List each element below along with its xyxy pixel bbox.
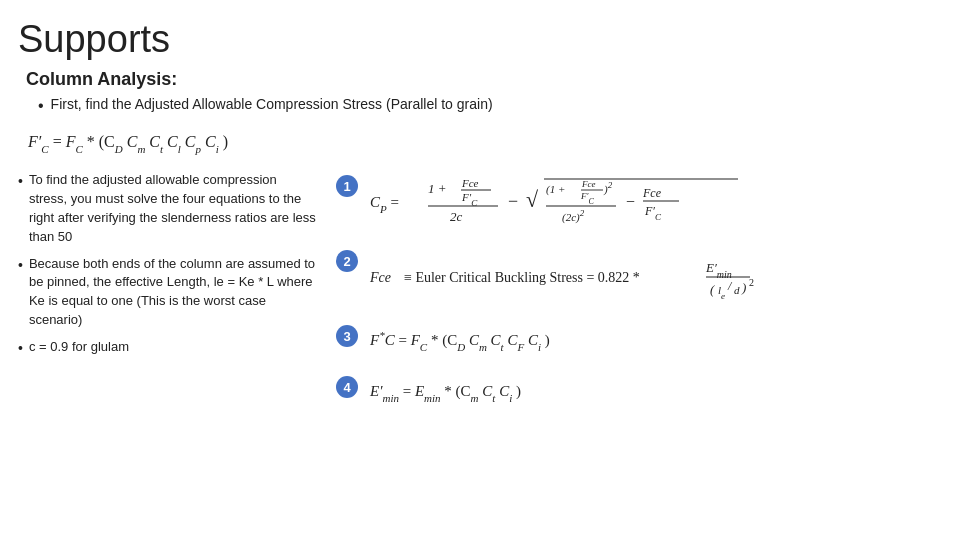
sub-bullet-3-text: c = 0.9 for glulam (29, 338, 129, 357)
svg-text:1 +: 1 + (428, 181, 447, 196)
svg-text:F*C
               = 
        : F*C = FC * (CD Cm Ct CF Ci ) (369, 329, 550, 353)
equation-1-formula: CP = 1 + Fce F′C (368, 171, 848, 236)
page: Supports Column Analysis: First, find th… (0, 0, 960, 441)
content-area: To find the adjusted allowable compressi… (18, 171, 932, 423)
svg-text:2c: 2c (450, 209, 463, 224)
svg-text:E′min
               = 
      : E′min = Emin * (Cm Ct Ci ) (369, 383, 521, 404)
emin-formula-svg: E′min = Emin * (Cm Ct Ci ) (368, 372, 708, 410)
sub-bullet-1: To find the adjusted allowable compressi… (18, 171, 318, 246)
svg-text:Fce: Fce (461, 177, 479, 189)
svg-text:F′C: F′C (580, 191, 594, 206)
svg-text:le: le (718, 284, 725, 301)
sub-bullet-2: Because both ends of the column are assu… (18, 255, 318, 330)
sub-bullet-2-text: Because both ends of the column are assu… (29, 255, 318, 330)
equation-row-1: 1 CP = 1 + Fce (336, 171, 932, 236)
equation-badge-2: 2 (336, 250, 358, 272)
fc-star-formula-svg: F*C = FC * (CD Cm Ct CF Ci ) (368, 321, 748, 359)
svg-text:Fce: Fce (369, 270, 391, 285)
svg-text:√: √ (526, 187, 539, 212)
sub-bullets-list: To find the adjusted allowable compressi… (18, 171, 318, 366)
equation-row-2: 2 Fce ≡ Euler Critical Buckling Stress =… (336, 246, 932, 311)
equation-3-formula: F*C = FC * (CD Cm Ct CF Ci ) (368, 321, 748, 362)
svg-text:(2c)2: (2c)2 (562, 208, 585, 224)
svg-text:≡ Euler Critical Buckling Stre: ≡ Euler Critical Buckling Stress = 0.822… (404, 270, 640, 285)
svg-text:−: − (508, 191, 518, 211)
sub-bullet-3: c = 0.9 for glulam (18, 338, 318, 358)
svg-text:): ) (741, 280, 746, 295)
equation-2-formula: Fce ≡ Euler Critical Buckling Stress = 0… (368, 246, 828, 311)
svg-text:(: ( (710, 282, 715, 297)
equation-badge-1: 1 (336, 175, 358, 197)
svg-text:−: − (626, 193, 635, 210)
equation-row-3: 3 F*C = FC * (CD Cm Ct CF Ci ) (336, 321, 932, 362)
svg-text:2: 2 (749, 277, 754, 288)
section-title: Column Analysis: (26, 69, 932, 90)
svg-text:F′C: F′C (644, 204, 662, 222)
svg-text:)2: )2 (603, 180, 613, 196)
svg-text:(1 +: (1 + (546, 183, 565, 196)
cp-formula-svg: CP = 1 + Fce F′C (368, 171, 848, 233)
left-column: To find the adjusted allowable compressi… (18, 171, 318, 423)
equation-badge-3: 3 (336, 325, 358, 347)
main-formula: F′C = FC * (CD Cm Ct Cl Cp Ci ) (26, 125, 932, 161)
svg-text:CP
               =: CP = (370, 194, 399, 215)
svg-text:d: d (734, 284, 740, 296)
equation-badge-4: 4 (336, 376, 358, 398)
equation-4-formula: E′min = Emin * (Cm Ct Ci ) (368, 372, 708, 413)
sub-bullet-1-text: To find the adjusted allowable compressi… (29, 171, 318, 246)
main-bullet-text: First, find the Adjusted Allowable Compr… (51, 96, 493, 112)
right-column: 1 CP = 1 + Fce (318, 171, 932, 423)
svg-text:Fce: Fce (581, 179, 596, 189)
svg-text:F′C
         = 
        FC
   : F′C = FC * (CD Cm Ct Cl Cp Ci ) (27, 133, 228, 155)
svg-text:Fce: Fce (642, 186, 662, 200)
main-bullet: First, find the Adjusted Allowable Compr… (38, 96, 932, 115)
fce-formula-svg: Fce ≡ Euler Critical Buckling Stress = 0… (368, 246, 828, 308)
svg-text:/: / (727, 279, 733, 293)
fc-prime-formula-svg: F′C = FC * (CD Cm Ct Cl Cp Ci ) (26, 125, 286, 157)
equation-row-4: 4 E′min = Emin * (Cm Ct Ci ) (336, 372, 932, 413)
page-title: Supports (18, 18, 932, 61)
